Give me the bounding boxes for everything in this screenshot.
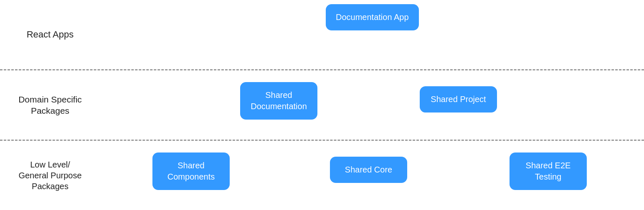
row-content-domain-specific: SharedDocumentation Shared Project: [92, 70, 644, 140]
diagram-container: React Apps Documentation App Domain Spec…: [0, 0, 644, 210]
row-label-react-apps: React Apps: [0, 29, 92, 41]
shared-core-box: Shared Core: [330, 157, 407, 183]
row-react-apps: React Apps Documentation App: [0, 0, 644, 69]
documentation-app-box: Documentation App: [326, 4, 419, 30]
row-low-level: Low Level/General PurposePackages Shared…: [0, 141, 644, 210]
shared-components-box: SharedComponents: [152, 152, 230, 190]
row-label-domain-specific: Domain SpecificPackages: [0, 94, 92, 117]
row-content-low-level: SharedComponents Shared Core Shared E2ET…: [92, 141, 644, 210]
shared-project-box: Shared Project: [420, 86, 497, 112]
row-content-react-apps: Documentation App: [92, 0, 644, 69]
shared-e2e-testing-box: Shared E2ETesting: [510, 152, 587, 190]
row-domain-specific: Domain SpecificPackages SharedDocumentat…: [0, 70, 644, 140]
shared-documentation-box: SharedDocumentation: [240, 82, 317, 120]
row-label-low-level: Low Level/General PurposePackages: [0, 159, 92, 192]
